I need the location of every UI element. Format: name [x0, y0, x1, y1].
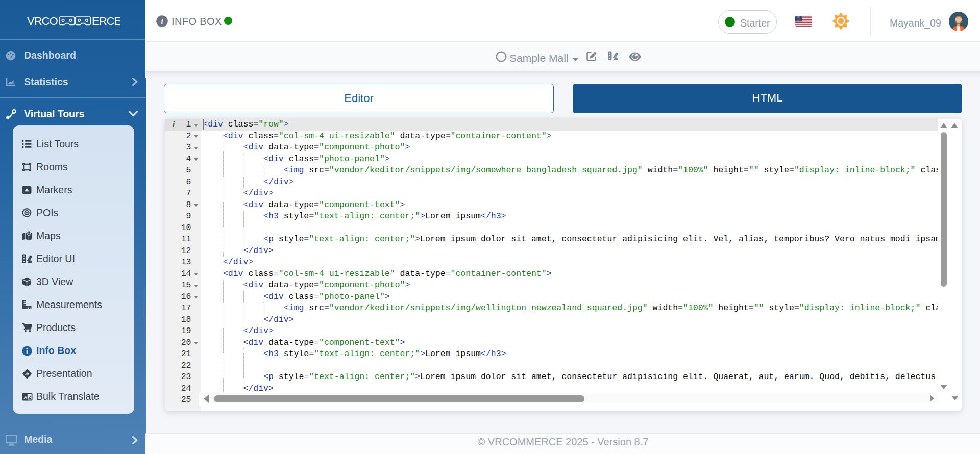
- svg-text:i: i: [161, 17, 163, 26]
- svg-text:ERCE: ERCE: [92, 15, 120, 28]
- svg-text:A: A: [23, 394, 27, 400]
- svg-text:Z: Z: [29, 394, 32, 399]
- svg-text:VRCO: VRCO: [27, 15, 58, 28]
